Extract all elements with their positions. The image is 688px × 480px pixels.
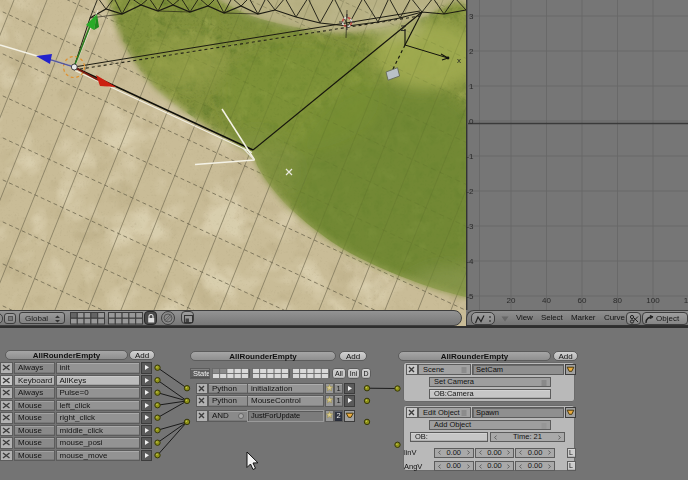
svg-text:-5: -5 [466,292,474,301]
svg-text:2: 2 [469,47,474,56]
svg-text:-2: -2 [466,187,474,196]
svg-text:20: 20 [507,296,516,305]
svg-text:80: 80 [613,296,622,305]
svg-text:-1: -1 [466,152,474,161]
svg-text:100: 100 [646,296,660,305]
svg-text:1: 1 [469,82,474,91]
svg-text:40: 40 [542,296,551,305]
svg-text:3: 3 [469,12,474,21]
svg-text:-4: -4 [466,257,474,266]
svg-text:-3: -3 [466,222,474,231]
svg-text:1: 1 [684,296,688,305]
svg-text:0: 0 [469,117,474,126]
svg-text:x: x [457,56,461,65]
svg-text:60: 60 [578,296,587,305]
